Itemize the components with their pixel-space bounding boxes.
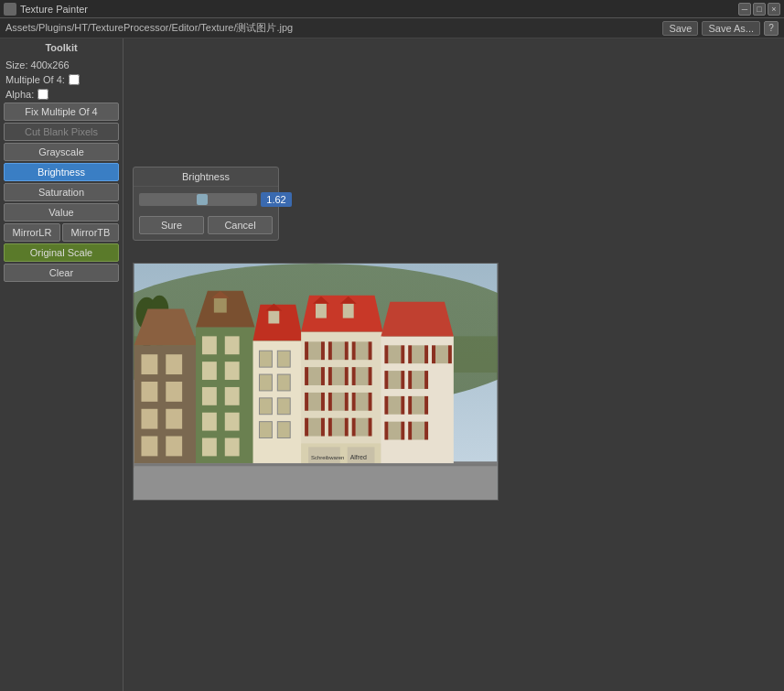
saturation-button[interactable]: Saturation	[4, 183, 119, 201]
maximize-button[interactable]: □	[753, 3, 766, 16]
svg-rect-18	[166, 437, 182, 457]
image-display: Schreibwaren Alfred	[134, 264, 498, 500]
window-controls: ─ □ ×	[738, 3, 780, 16]
save-button[interactable]: Save	[662, 21, 698, 36]
svg-rect-54	[332, 341, 345, 360]
clear-button[interactable]: Clear	[4, 264, 119, 282]
svg-rect-44	[277, 422, 290, 438]
path-actions: Save Save As... ?	[662, 21, 779, 36]
value-button[interactable]: Value	[4, 203, 119, 221]
svg-rect-110	[384, 396, 388, 415]
svg-rect-49	[343, 304, 354, 319]
fix-multiple-button[interactable]: Fix Multiple Of 4	[4, 103, 119, 121]
svg-rect-47	[316, 304, 327, 319]
svg-rect-105	[401, 371, 404, 389]
svg-rect-98	[408, 345, 412, 363]
svg-rect-112	[412, 396, 424, 415]
svg-rect-30	[225, 387, 240, 405]
svg-rect-70	[305, 393, 308, 411]
svg-rect-53	[321, 341, 325, 360]
svg-rect-42	[277, 398, 290, 415]
svg-rect-27	[202, 438, 217, 457]
brightness-button[interactable]: Brightness	[4, 163, 119, 181]
svg-rect-55	[328, 341, 332, 360]
svg-rect-69	[308, 393, 321, 411]
multiple-of-checkbox[interactable]	[69, 74, 80, 85]
svg-rect-78	[308, 418, 321, 437]
svg-rect-62	[321, 367, 325, 385]
sure-button[interactable]: Sure	[139, 216, 204, 234]
svg-rect-39	[259, 374, 272, 391]
help-button[interactable]: ?	[764, 21, 779, 36]
svg-rect-21	[214, 298, 227, 313]
svg-rect-57	[356, 341, 369, 360]
svg-rect-84	[356, 418, 369, 437]
svg-rect-14	[141, 437, 157, 457]
svg-rect-11	[141, 354, 157, 374]
cut-blank-button[interactable]: Cut Blank Pixels	[4, 123, 119, 141]
multiple-of-row: Multiple Of 4:	[4, 73, 119, 86]
svg-rect-23	[202, 336, 217, 354]
cancel-button[interactable]: Cancel	[208, 216, 273, 234]
title-bar-left: Texture Painter	[4, 3, 88, 16]
svg-rect-17	[166, 409, 182, 429]
svg-rect-81	[332, 418, 345, 437]
svg-rect-74	[345, 393, 349, 411]
svg-rect-59	[369, 341, 372, 360]
sidebar: Toolkit Size: 400x266 Multiple Of 4: Alp…	[0, 38, 124, 691]
svg-rect-61	[305, 367, 308, 385]
mirror-lr-button[interactable]: MirrorLR	[4, 223, 60, 242]
alpha-row: Alpha:	[4, 88, 119, 101]
grayscale-button[interactable]: Grayscale	[4, 143, 119, 161]
svg-rect-31	[225, 413, 240, 431]
svg-rect-101	[432, 345, 435, 363]
title-bar: Texture Painter ─ □ ×	[0, 0, 784, 18]
svg-rect-95	[384, 345, 388, 363]
image-container: Schreibwaren Alfred	[133, 263, 499, 501]
alpha-checkbox[interactable]	[38, 89, 48, 100]
svg-rect-104	[384, 371, 388, 389]
svg-rect-40	[277, 374, 290, 391]
svg-rect-75	[356, 393, 369, 411]
svg-rect-97	[412, 345, 424, 363]
brightness-slider[interactable]	[139, 193, 257, 206]
svg-rect-117	[401, 422, 404, 440]
save-as-button[interactable]: Save As...	[702, 21, 760, 36]
svg-marker-93	[381, 302, 453, 337]
svg-rect-113	[408, 396, 412, 415]
alpha-label: Alpha:	[5, 89, 34, 100]
svg-rect-38	[277, 351, 290, 367]
svg-rect-16	[166, 382, 182, 402]
svg-rect-52	[305, 341, 308, 360]
close-button[interactable]: ×	[768, 3, 780, 16]
original-scale-button[interactable]: Original Scale	[4, 243, 119, 262]
mirror-tb-button[interactable]: MirrorTB	[62, 223, 119, 242]
svg-rect-13	[141, 409, 157, 429]
svg-text:Schreibwaren: Schreibwaren	[311, 455, 344, 460]
path-bar: Assets/Plugins/HT/TextureProcessor/Edito…	[0, 18, 784, 38]
svg-rect-106	[412, 371, 424, 389]
svg-marker-46	[301, 296, 382, 332]
svg-rect-43	[259, 422, 272, 438]
svg-rect-63	[332, 367, 345, 385]
svg-rect-71	[321, 393, 325, 411]
svg-rect-99	[424, 345, 428, 363]
svg-rect-72	[332, 393, 345, 411]
svg-rect-122	[134, 463, 498, 466]
dialog-slider-row: 1.62	[134, 187, 278, 212]
minimize-button[interactable]: ─	[738, 3, 751, 16]
svg-rect-119	[408, 422, 412, 440]
svg-rect-15	[166, 354, 182, 374]
app-icon	[4, 3, 16, 16]
file-path: Assets/Plugins/HT/TextureProcessor/Edito…	[5, 21, 293, 35]
svg-rect-82	[328, 418, 332, 437]
svg-rect-25	[202, 387, 217, 405]
svg-rect-56	[345, 341, 349, 360]
svg-rect-41	[259, 398, 272, 415]
svg-rect-60	[308, 367, 321, 385]
svg-rect-24	[202, 362, 217, 380]
svg-rect-12	[141, 382, 157, 402]
svg-rect-121	[134, 463, 498, 500]
svg-rect-65	[345, 367, 349, 385]
svg-rect-35	[268, 311, 279, 324]
